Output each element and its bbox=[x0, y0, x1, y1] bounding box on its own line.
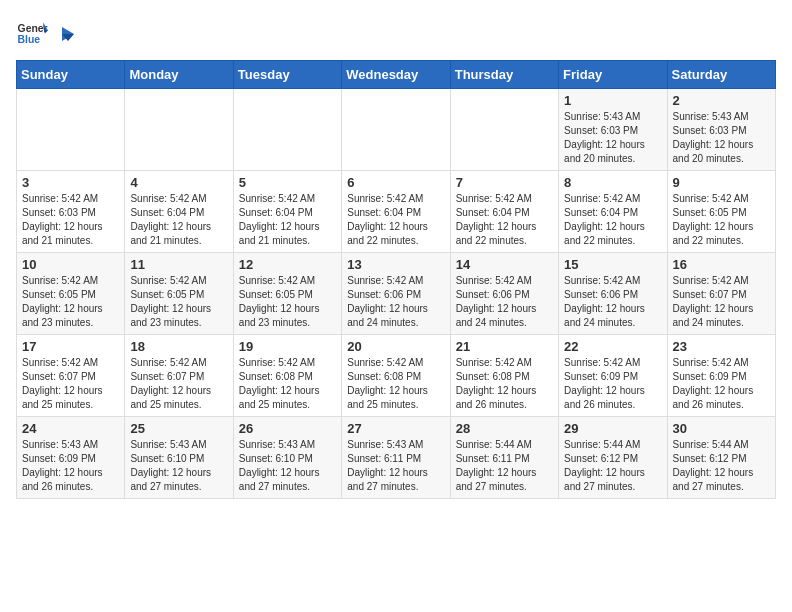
day-info: Sunrise: 5:43 AM Sunset: 6:10 PM Dayligh… bbox=[239, 438, 336, 494]
day-number: 22 bbox=[564, 339, 661, 354]
calendar-cell bbox=[125, 89, 233, 171]
day-number: 21 bbox=[456, 339, 553, 354]
calendar-cell: 5Sunrise: 5:42 AM Sunset: 6:04 PM Daylig… bbox=[233, 171, 341, 253]
day-info: Sunrise: 5:42 AM Sunset: 6:05 PM Dayligh… bbox=[22, 274, 119, 330]
day-number: 19 bbox=[239, 339, 336, 354]
day-number: 8 bbox=[564, 175, 661, 190]
page-header: General Blue bbox=[16, 16, 776, 48]
calendar-week-row: 3Sunrise: 5:42 AM Sunset: 6:03 PM Daylig… bbox=[17, 171, 776, 253]
calendar-cell: 19Sunrise: 5:42 AM Sunset: 6:08 PM Dayli… bbox=[233, 335, 341, 417]
day-info: Sunrise: 5:43 AM Sunset: 6:09 PM Dayligh… bbox=[22, 438, 119, 494]
calendar-body: 1Sunrise: 5:43 AM Sunset: 6:03 PM Daylig… bbox=[17, 89, 776, 499]
weekday-header-monday: Monday bbox=[125, 61, 233, 89]
day-info: Sunrise: 5:42 AM Sunset: 6:03 PM Dayligh… bbox=[22, 192, 119, 248]
day-info: Sunrise: 5:42 AM Sunset: 6:09 PM Dayligh… bbox=[564, 356, 661, 412]
day-info: Sunrise: 5:42 AM Sunset: 6:06 PM Dayligh… bbox=[564, 274, 661, 330]
calendar-cell: 12Sunrise: 5:42 AM Sunset: 6:05 PM Dayli… bbox=[233, 253, 341, 335]
calendar-cell: 25Sunrise: 5:43 AM Sunset: 6:10 PM Dayli… bbox=[125, 417, 233, 499]
day-info: Sunrise: 5:42 AM Sunset: 6:04 PM Dayligh… bbox=[239, 192, 336, 248]
day-number: 23 bbox=[673, 339, 770, 354]
day-info: Sunrise: 5:44 AM Sunset: 6:11 PM Dayligh… bbox=[456, 438, 553, 494]
day-info: Sunrise: 5:42 AM Sunset: 6:04 PM Dayligh… bbox=[130, 192, 227, 248]
calendar-cell: 28Sunrise: 5:44 AM Sunset: 6:11 PM Dayli… bbox=[450, 417, 558, 499]
day-number: 6 bbox=[347, 175, 444, 190]
day-info: Sunrise: 5:42 AM Sunset: 6:08 PM Dayligh… bbox=[456, 356, 553, 412]
calendar-cell: 2Sunrise: 5:43 AM Sunset: 6:03 PM Daylig… bbox=[667, 89, 775, 171]
day-number: 14 bbox=[456, 257, 553, 272]
day-number: 7 bbox=[456, 175, 553, 190]
logo-icon: General Blue bbox=[16, 16, 48, 48]
weekday-header-wednesday: Wednesday bbox=[342, 61, 450, 89]
day-number: 4 bbox=[130, 175, 227, 190]
calendar-week-row: 17Sunrise: 5:42 AM Sunset: 6:07 PM Dayli… bbox=[17, 335, 776, 417]
calendar-table: SundayMondayTuesdayWednesdayThursdayFrid… bbox=[16, 60, 776, 499]
calendar-week-row: 10Sunrise: 5:42 AM Sunset: 6:05 PM Dayli… bbox=[17, 253, 776, 335]
day-number: 9 bbox=[673, 175, 770, 190]
calendar-cell bbox=[233, 89, 341, 171]
calendar-cell: 20Sunrise: 5:42 AM Sunset: 6:08 PM Dayli… bbox=[342, 335, 450, 417]
calendar-cell: 15Sunrise: 5:42 AM Sunset: 6:06 PM Dayli… bbox=[559, 253, 667, 335]
day-info: Sunrise: 5:42 AM Sunset: 6:08 PM Dayligh… bbox=[239, 356, 336, 412]
calendar-cell: 14Sunrise: 5:42 AM Sunset: 6:06 PM Dayli… bbox=[450, 253, 558, 335]
day-number: 1 bbox=[564, 93, 661, 108]
day-number: 3 bbox=[22, 175, 119, 190]
day-info: Sunrise: 5:42 AM Sunset: 6:08 PM Dayligh… bbox=[347, 356, 444, 412]
day-number: 5 bbox=[239, 175, 336, 190]
day-info: Sunrise: 5:42 AM Sunset: 6:06 PM Dayligh… bbox=[456, 274, 553, 330]
day-number: 26 bbox=[239, 421, 336, 436]
day-number: 15 bbox=[564, 257, 661, 272]
calendar-cell: 7Sunrise: 5:42 AM Sunset: 6:04 PM Daylig… bbox=[450, 171, 558, 253]
day-info: Sunrise: 5:42 AM Sunset: 6:04 PM Dayligh… bbox=[347, 192, 444, 248]
day-number: 25 bbox=[130, 421, 227, 436]
day-number: 17 bbox=[22, 339, 119, 354]
calendar-cell: 29Sunrise: 5:44 AM Sunset: 6:12 PM Dayli… bbox=[559, 417, 667, 499]
day-number: 24 bbox=[22, 421, 119, 436]
calendar-cell bbox=[450, 89, 558, 171]
day-info: Sunrise: 5:42 AM Sunset: 6:05 PM Dayligh… bbox=[673, 192, 770, 248]
day-info: Sunrise: 5:44 AM Sunset: 6:12 PM Dayligh… bbox=[564, 438, 661, 494]
day-info: Sunrise: 5:43 AM Sunset: 6:11 PM Dayligh… bbox=[347, 438, 444, 494]
day-number: 11 bbox=[130, 257, 227, 272]
calendar-header: SundayMondayTuesdayWednesdayThursdayFrid… bbox=[17, 61, 776, 89]
calendar-cell: 16Sunrise: 5:42 AM Sunset: 6:07 PM Dayli… bbox=[667, 253, 775, 335]
day-number: 12 bbox=[239, 257, 336, 272]
calendar-cell bbox=[17, 89, 125, 171]
day-number: 18 bbox=[130, 339, 227, 354]
logo: General Blue bbox=[16, 16, 78, 48]
calendar-cell: 4Sunrise: 5:42 AM Sunset: 6:04 PM Daylig… bbox=[125, 171, 233, 253]
day-number: 28 bbox=[456, 421, 553, 436]
calendar-cell: 30Sunrise: 5:44 AM Sunset: 6:12 PM Dayli… bbox=[667, 417, 775, 499]
day-info: Sunrise: 5:42 AM Sunset: 6:05 PM Dayligh… bbox=[130, 274, 227, 330]
calendar-cell: 26Sunrise: 5:43 AM Sunset: 6:10 PM Dayli… bbox=[233, 417, 341, 499]
day-info: Sunrise: 5:42 AM Sunset: 6:05 PM Dayligh… bbox=[239, 274, 336, 330]
day-info: Sunrise: 5:43 AM Sunset: 6:03 PM Dayligh… bbox=[564, 110, 661, 166]
weekday-header-saturday: Saturday bbox=[667, 61, 775, 89]
day-info: Sunrise: 5:42 AM Sunset: 6:09 PM Dayligh… bbox=[673, 356, 770, 412]
calendar-cell: 24Sunrise: 5:43 AM Sunset: 6:09 PM Dayli… bbox=[17, 417, 125, 499]
weekday-header-friday: Friday bbox=[559, 61, 667, 89]
day-number: 13 bbox=[347, 257, 444, 272]
calendar-cell: 8Sunrise: 5:42 AM Sunset: 6:04 PM Daylig… bbox=[559, 171, 667, 253]
day-info: Sunrise: 5:42 AM Sunset: 6:07 PM Dayligh… bbox=[673, 274, 770, 330]
day-number: 27 bbox=[347, 421, 444, 436]
calendar-cell bbox=[342, 89, 450, 171]
day-number: 10 bbox=[22, 257, 119, 272]
calendar-week-row: 24Sunrise: 5:43 AM Sunset: 6:09 PM Dayli… bbox=[17, 417, 776, 499]
calendar-cell: 6Sunrise: 5:42 AM Sunset: 6:04 PM Daylig… bbox=[342, 171, 450, 253]
svg-text:Blue: Blue bbox=[18, 34, 41, 45]
day-info: Sunrise: 5:43 AM Sunset: 6:03 PM Dayligh… bbox=[673, 110, 770, 166]
calendar-cell: 10Sunrise: 5:42 AM Sunset: 6:05 PM Dayli… bbox=[17, 253, 125, 335]
day-info: Sunrise: 5:42 AM Sunset: 6:04 PM Dayligh… bbox=[564, 192, 661, 248]
day-info: Sunrise: 5:42 AM Sunset: 6:07 PM Dayligh… bbox=[130, 356, 227, 412]
calendar-cell: 27Sunrise: 5:43 AM Sunset: 6:11 PM Dayli… bbox=[342, 417, 450, 499]
calendar-cell: 17Sunrise: 5:42 AM Sunset: 6:07 PM Dayli… bbox=[17, 335, 125, 417]
calendar-cell: 21Sunrise: 5:42 AM Sunset: 6:08 PM Dayli… bbox=[450, 335, 558, 417]
calendar-cell: 9Sunrise: 5:42 AM Sunset: 6:05 PM Daylig… bbox=[667, 171, 775, 253]
calendar-cell: 22Sunrise: 5:42 AM Sunset: 6:09 PM Dayli… bbox=[559, 335, 667, 417]
calendar-cell: 11Sunrise: 5:42 AM Sunset: 6:05 PM Dayli… bbox=[125, 253, 233, 335]
calendar-cell: 1Sunrise: 5:43 AM Sunset: 6:03 PM Daylig… bbox=[559, 89, 667, 171]
day-info: Sunrise: 5:42 AM Sunset: 6:07 PM Dayligh… bbox=[22, 356, 119, 412]
day-number: 30 bbox=[673, 421, 770, 436]
calendar-cell: 23Sunrise: 5:42 AM Sunset: 6:09 PM Dayli… bbox=[667, 335, 775, 417]
weekday-header-thursday: Thursday bbox=[450, 61, 558, 89]
